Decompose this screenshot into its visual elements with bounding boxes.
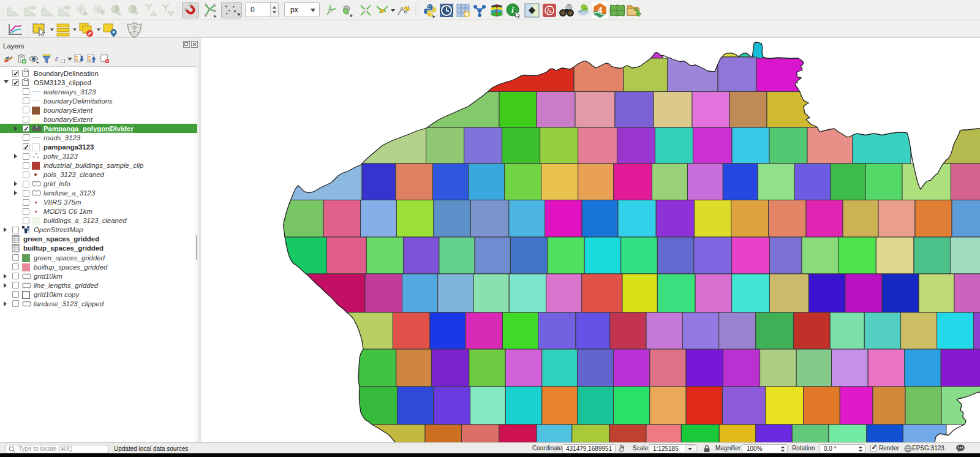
svg-text:fs: fs: [547, 7, 551, 14]
svg-text:i: i: [511, 6, 514, 15]
svg-text:4: 4: [598, 6, 603, 15]
